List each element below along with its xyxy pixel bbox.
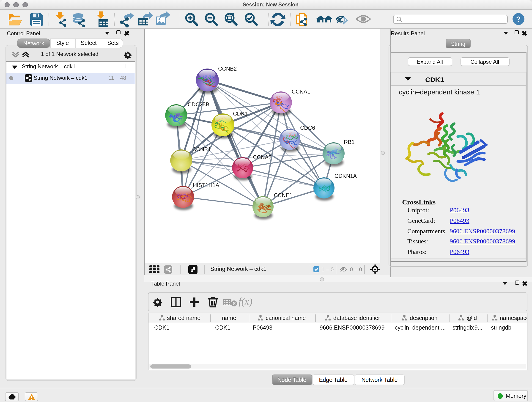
svg-text:CCNB1: CCNB1: [192, 146, 210, 153]
svg-text:RB1: RB1: [344, 139, 355, 145]
svg-text:CDC6: CDC6: [300, 125, 315, 131]
svg-text:CDC25B: CDC25B: [187, 101, 209, 108]
svg-text:?: ?: [516, 14, 521, 23]
svg-text:CCNA1: CCNA1: [291, 89, 310, 95]
svg-text:CCNA2: CCNA2: [253, 154, 271, 160]
svg-text:CCNE1: CCNE1: [273, 192, 292, 198]
svg-text:CDKN1A: CDKN1A: [334, 173, 356, 179]
svg-text:CCNB2: CCNB2: [218, 65, 236, 72]
svg-text:HIST1H1A: HIST1H1A: [193, 182, 219, 188]
svg-text:CDK1: CDK1: [233, 110, 247, 117]
